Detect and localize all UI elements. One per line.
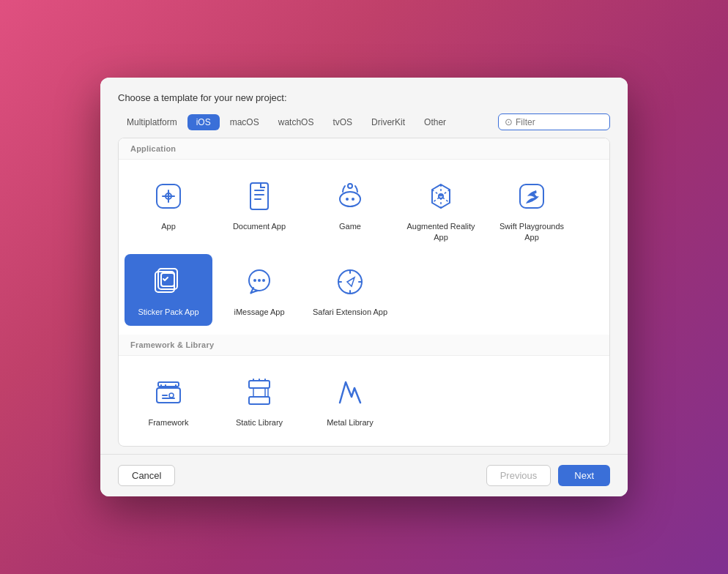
tab-driverkit[interactable]: DriverKit — [363, 114, 414, 130]
filter-input[interactable] — [516, 117, 603, 127]
metal-library-label: Metal Library — [327, 417, 374, 428]
ar-app-label: Augmented Reality App — [403, 221, 479, 242]
template-imessage-app[interactable]: iMessage App — [215, 254, 303, 326]
dialog-footer: Cancel Previous Next — [100, 454, 628, 496]
cancel-button[interactable]: Cancel — [118, 465, 175, 486]
svg-point-4 — [348, 184, 352, 188]
template-metal-library[interactable]: Metal Library — [306, 365, 394, 436]
svg-rect-18 — [158, 382, 179, 387]
safari-extension-icon — [331, 263, 369, 301]
swift-playgrounds-icon — [513, 177, 551, 215]
framework-templates-grid: Framework Static Library — [119, 356, 609, 445]
template-document-app[interactable]: Document App — [215, 168, 303, 251]
dialog-header: Choose a template for your new project: … — [100, 78, 628, 130]
template-safari-extension[interactable]: Safari Extension App — [306, 254, 394, 326]
static-library-label: Static Library — [236, 417, 283, 428]
template-game[interactable]: Game — [306, 168, 394, 251]
template-framework[interactable]: Framework — [125, 365, 212, 436]
content-area: Application App — [118, 138, 610, 446]
tab-multiplatform[interactable]: Multiplatform — [118, 114, 186, 130]
game-label: Game — [339, 221, 361, 231]
metal-library-icon — [331, 373, 369, 411]
svg-point-6 — [352, 198, 354, 201]
template-app[interactable]: App — [125, 168, 212, 251]
template-static-library[interactable]: Static Library — [215, 365, 303, 436]
svg-rect-17 — [157, 388, 180, 403]
svg-rect-21 — [249, 381, 270, 388]
dialog-title: Choose a template for your new project: — [118, 92, 610, 103]
svg-point-19 — [169, 393, 174, 398]
application-templates-grid: App Document App — [119, 160, 609, 335]
svg-point-15 — [262, 279, 265, 282]
filter-icon: ⊙ — [505, 116, 513, 127]
game-icon — [331, 177, 369, 215]
tab-other[interactable]: Other — [415, 114, 455, 130]
framework-label: Framework — [148, 417, 188, 428]
tab-tvos[interactable]: tvOS — [324, 114, 361, 130]
next-button[interactable]: Next — [558, 465, 610, 486]
template-sticker-pack[interactable]: Sticker Pack App — [125, 254, 212, 326]
app-icon — [149, 177, 187, 215]
template-ar-app[interactable]: Augmented Reality App — [397, 168, 485, 251]
app-label: App — [161, 221, 176, 231]
svg-rect-8 — [520, 184, 543, 208]
tab-ios[interactable]: iOS — [187, 114, 220, 130]
new-project-dialog: Choose a template for your new project: … — [100, 78, 628, 496]
document-app-icon — [240, 177, 278, 215]
imessage-app-label: iMessage App — [234, 307, 284, 317]
template-swift-playgrounds[interactable]: Swift Playgrounds App — [488, 168, 576, 251]
svg-point-14 — [258, 279, 261, 282]
ar-app-icon — [422, 177, 460, 215]
imessage-app-icon — [240, 263, 278, 301]
svg-point-3 — [340, 192, 360, 206]
sticker-pack-label: Sticker Pack App — [138, 307, 198, 317]
safari-extension-label: Safari Extension App — [313, 307, 387, 317]
tab-macos[interactable]: macOS — [221, 114, 268, 130]
section-header-framework: Framework & Library — [119, 335, 609, 356]
tab-watchos[interactable]: watchOS — [270, 114, 323, 130]
section-header-application: Application — [119, 138, 609, 160]
svg-rect-2 — [250, 183, 268, 209]
previous-button[interactable]: Previous — [486, 465, 551, 486]
tabs-row: Multiplatform iOS macOS watchOS tvOS Dri… — [118, 113, 610, 130]
sticker-pack-icon — [149, 263, 187, 301]
framework-icon — [149, 373, 187, 411]
footer-right: Previous Next — [486, 465, 610, 486]
svg-point-5 — [346, 198, 349, 201]
static-library-icon — [240, 373, 278, 411]
svg-point-13 — [253, 279, 256, 282]
swift-playgrounds-label: Swift Playgrounds App — [494, 221, 570, 242]
filter-box: ⊙ — [498, 113, 610, 130]
document-app-label: Document App — [233, 221, 286, 231]
svg-rect-20 — [249, 397, 270, 404]
